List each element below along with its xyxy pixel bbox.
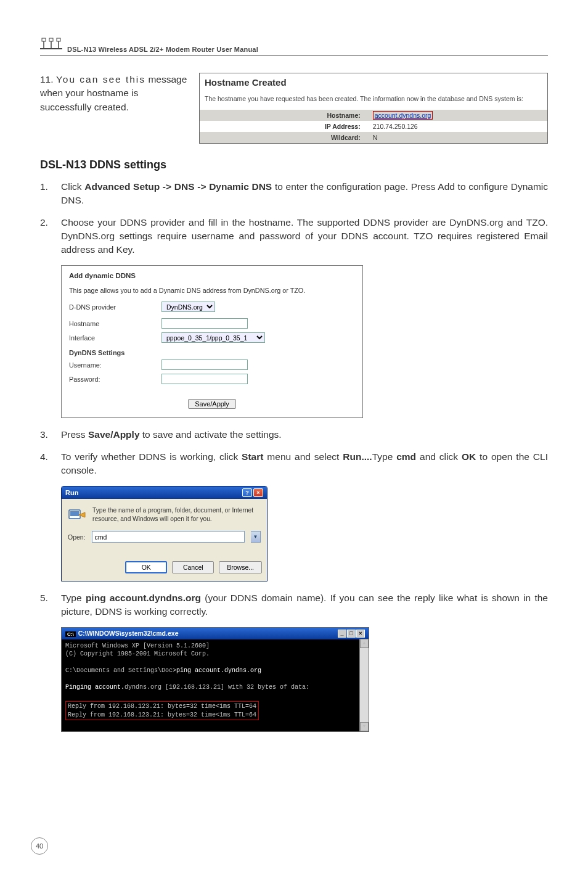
dropdown-icon[interactable]: ▼ — [251, 531, 261, 543]
hostname-created-title: Hostname Created — [200, 73, 547, 89]
username-label: Username: — [69, 361, 161, 369]
maximize-button[interactable]: □ — [347, 630, 356, 638]
hostname-created-box: Hostname Created The hostname you have r… — [199, 73, 548, 144]
close-button[interactable]: × — [356, 630, 365, 638]
close-button[interactable]: × — [253, 488, 263, 497]
step-2: 2. Choose your DDNS provider and fill in… — [40, 216, 548, 257]
hostname-input[interactable] — [161, 318, 248, 329]
cmd-output: Microsoft Windows XP [Version 5.1.2600] … — [62, 639, 369, 732]
run-dialog: Run ? × Type the name of a program, fold… — [61, 486, 267, 581]
svg-rect-8 — [70, 511, 79, 516]
run-title-text: Run — [65, 489, 78, 496]
ddns-section-heading: DSL-N13 DDNS settings — [40, 158, 548, 171]
save-apply-button[interactable]: Save/Apply — [188, 399, 236, 409]
hostname-field-label: Hostname — [69, 320, 161, 327]
add-ddns-desc: This page allows you to add a Dynamic DN… — [69, 287, 355, 294]
svg-rect-4 — [42, 38, 46, 41]
run-icon — [68, 506, 86, 524]
interface-select[interactable]: pppoe_0_35_1/ppp_0_35_1 — [161, 332, 265, 343]
run-description: Type the name of a program, folder, docu… — [92, 506, 261, 524]
scrollbar[interactable]: ▲ ▼ — [359, 639, 369, 731]
page-number: 40 — [31, 837, 48, 855]
open-label: Open: — [68, 533, 86, 541]
hostname-link[interactable]: account.dyndns.org — [373, 111, 433, 120]
open-input[interactable] — [92, 531, 245, 543]
password-input[interactable] — [161, 374, 248, 384]
add-ddns-title: Add dynamic DDNS — [69, 272, 355, 279]
provider-select[interactable]: DynDNS.org — [161, 302, 215, 312]
provider-label: D-DNS provider — [69, 303, 161, 311]
table-row: IP Address: 210.74.250.126 — [200, 121, 547, 132]
ip-label: IP Address: — [200, 121, 367, 132]
minimize-button[interactable]: _ — [338, 630, 346, 638]
svg-rect-6 — [57, 38, 60, 41]
step-1: 1. Click Advanced Setup -> DNS -> Dynami… — [40, 180, 548, 207]
hostname-label: Hostname: — [200, 110, 367, 121]
step-4: 4. To verify whether DDNS is working, cl… — [40, 450, 548, 477]
step-5: 5. Type ping account.dyndns.org (your DD… — [40, 591, 548, 618]
table-row: Wildcard: N — [200, 132, 547, 143]
interface-label: Interface — [69, 334, 161, 342]
cmd-icon: C:\ — [65, 631, 76, 637]
help-button[interactable]: ? — [242, 488, 252, 497]
scroll-down-icon[interactable]: ▼ — [360, 722, 369, 731]
password-label: Password: — [69, 376, 161, 383]
wildcard-label: Wildcard: — [200, 132, 367, 143]
hostname-info-table: Hostname: account.dyndns.org IP Address:… — [200, 110, 547, 143]
table-row: Hostname: account.dyndns.org — [200, 110, 547, 121]
svg-rect-5 — [49, 38, 53, 41]
hostname-created-subtitle: The hostname you have requested has been… — [200, 89, 547, 110]
ping-reply-highlight: Reply from 192.168.123.21: bytes=32 time… — [65, 701, 259, 720]
cmd-title-text: C:\WINDOWS\system32\cmd.exe — [78, 630, 179, 637]
manual-title: DSL-N13 Wireless ADSL 2/2+ Modem Router … — [67, 46, 258, 53]
cmd-window: C:\C:\WINDOWS\system32\cmd.exe _ □ × Mic… — [61, 627, 369, 732]
browse-button[interactable]: Browse... — [219, 561, 262, 573]
ok-button[interactable]: OK — [125, 561, 167, 573]
cmd-titlebar: C:\C:\WINDOWS\system32\cmd.exe _ □ × — [62, 628, 369, 639]
network-icon — [40, 37, 62, 53]
cancel-button[interactable]: Cancel — [172, 561, 214, 573]
add-ddns-form: Add dynamic DDNS This page allows you to… — [61, 265, 363, 418]
step-11-text: 11. You can see this message when your h… — [40, 73, 188, 114]
header-bar: DSL-N13 Wireless ADSL 2/2+ Modem Router … — [40, 37, 548, 55]
scroll-up-icon[interactable]: ▲ — [360, 639, 369, 648]
step-3: 3. Press Save/Apply to save and activate… — [40, 428, 548, 442]
wildcard-value: N — [367, 132, 547, 143]
dyndns-settings-heading: DynDNS Settings — [69, 349, 355, 356]
run-titlebar: Run ? × — [62, 487, 267, 499]
ip-value: 210.74.250.126 — [367, 121, 547, 132]
username-input[interactable] — [161, 359, 248, 370]
